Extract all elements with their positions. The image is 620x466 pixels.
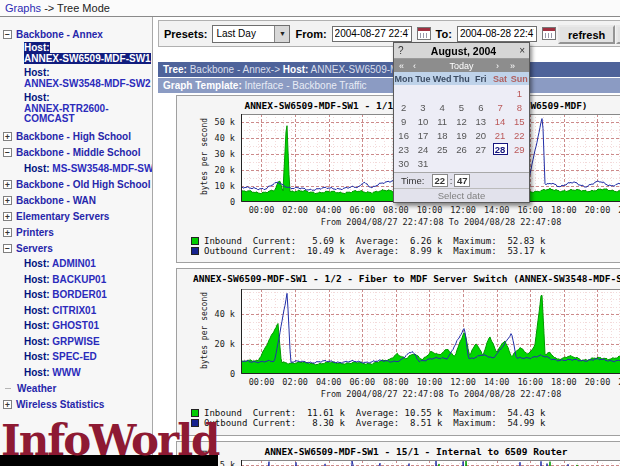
tree-branch-link[interactable]: Elementary Servers [16,211,109,222]
tree-branch: +Elementary Servers [0,208,152,224]
prev-month-icon[interactable]: ‹ [413,61,427,71]
calendar-day[interactable]: 22 [510,130,529,141]
graph-panel: ANNEX-SW6509-MDF-SW1 - 15/1 - Internal t… [176,441,620,466]
calendar-icon[interactable] [417,27,431,40]
calendar-icon[interactable] [542,27,556,40]
calendar-day[interactable]: 5 [452,102,471,113]
calendar-day[interactable]: 14 [490,116,509,127]
tree-branch-link[interactable]: Wireless Statistics [16,399,104,410]
minute-field[interactable]: 47 [454,174,470,187]
calendar-day[interactable]: 10 [413,116,432,127]
calendar-day[interactable]: 16 [394,130,413,141]
calendar-day[interactable]: 8 [510,102,529,113]
calendar-month-title[interactable]: August, 2004 [412,45,515,57]
calendar-day[interactable]: 29 [510,144,529,155]
host-link[interactable]: Host: ADMIN01 [24,258,96,269]
next-month-icon[interactable]: › [496,61,510,71]
tree-branch: +Printers [0,224,152,240]
calendar-day[interactable]: 7 [490,102,509,113]
tree-branch-link[interactable]: Backbone - High School [16,131,131,142]
x-tick-label: 22:00 [614,205,620,215]
expand-icon[interactable]: + [3,196,12,205]
tree-branch-link[interactable]: Backbone - Annex [16,29,103,40]
collapse-icon[interactable]: − [3,30,12,39]
y-tick-label: 50 k [179,117,235,127]
calendar-day[interactable]: 31 [413,158,432,169]
x-tick-label: 10:00 [412,377,446,387]
calendar-day[interactable]: 13 [471,116,490,127]
breadcrumb-graphs-link[interactable]: Graphs [5,2,41,14]
calendar-day[interactable]: 21 [490,130,509,141]
expand-icon[interactable]: + [3,212,12,221]
host-link[interactable]: Host: WWW [24,367,81,378]
presets-label: Presets: [164,28,207,40]
tree-branch-link[interactable]: Weather [17,383,56,394]
calendar-day[interactable]: 3 [413,102,432,113]
presets-select[interactable]: Last Day ▼ [212,25,290,43]
tree-branch-link[interactable]: Backbone - Middle School [16,147,140,158]
calendar-day[interactable]: 30 [394,158,413,169]
calendar-day[interactable]: 27 [471,144,490,155]
calendar-day[interactable]: 23 [394,144,413,155]
host-link[interactable]: Host:ANNEX-RTR2600-COMCAST [24,92,108,124]
prev-year-icon[interactable]: « [399,61,413,71]
calendar-day[interactable]: 6 [471,102,490,113]
refresh-button[interactable]: refresh [558,25,615,44]
host-link[interactable]: Host: BORDER01 [24,289,107,300]
hour-field[interactable]: 22 [432,174,448,187]
breadcrumb: Graphs -> Tree Mode [0,0,620,17]
calendar-day[interactable]: 1 [510,88,529,99]
tree-branch-link[interactable]: Servers [16,243,53,254]
tree-branch: +Backbone - WAN [0,192,152,208]
today-button[interactable]: Today [427,61,496,71]
tree-branch-link[interactable]: Backbone - WAN [16,195,96,206]
select-date-footer[interactable]: Select date [394,188,529,202]
graph-image[interactable] [241,460,620,466]
calendar-day[interactable]: 25 [433,144,452,155]
host-link[interactable]: Host: GHOST01 [24,320,99,331]
expand-icon[interactable]: + [3,180,12,189]
calendar-day[interactable]: 11 [433,116,452,127]
close-icon[interactable]: × [515,45,525,56]
expand-icon[interactable]: + [3,132,12,141]
host-link[interactable]: Host:ANNEX-SW6509-MDF-SW1 [24,42,151,64]
clear-button[interactable]: clear [616,25,620,44]
calendar-day[interactable]: 15 [510,116,529,127]
calendar-day-headers: MonTueWedThuFriSatSun [394,72,529,85]
calendar-day[interactable]: 17 [413,130,432,141]
x-tick-label: 16:00 [513,205,547,215]
expand-icon[interactable]: + [3,400,12,409]
calendar-day[interactable]: 18 [433,130,452,141]
host-link[interactable]: Host: CITRIX01 [24,305,96,316]
from-date-input[interactable] [332,26,412,42]
chevron-down-icon[interactable]: ▼ [274,26,289,42]
calendar-day[interactable]: 26 [452,144,471,155]
calendar-day[interactable]: 19 [452,130,471,141]
calendar-title-bar: ? August, 2004 × [394,43,529,59]
next-year-icon[interactable]: » [510,61,524,71]
calendar-selected-day[interactable]: 28 [493,143,508,155]
tree-branch-link[interactable]: Printers [16,227,54,238]
calendar-day[interactable]: 28 [490,143,509,155]
collapse-icon[interactable]: − [3,148,12,157]
host-link[interactable]: Host: SPEC-ED [24,351,97,362]
calendar-day[interactable]: 4 [433,102,452,113]
calendar-day[interactable]: 12 [452,116,471,127]
calendar-day[interactable]: 9 [394,116,413,127]
calendar-day[interactable]: 2 [394,102,413,113]
help-icon[interactable]: ? [398,45,412,56]
collapse-icon[interactable]: − [3,244,12,253]
calendar-day[interactable]: 24 [413,144,432,155]
x-tick-label: 14:00 [480,205,514,215]
host-link[interactable]: Host:ANNEX-SW3548-MDF-SW2 [24,67,151,89]
host-link[interactable]: Host: BACKUP01 [24,274,106,285]
tree-host-item: Host: BORDER01 [0,287,152,303]
calendar-day[interactable]: 20 [471,130,490,141]
expand-icon[interactable]: + [3,228,12,237]
to-date-input[interactable] [457,26,537,42]
host-link[interactable]: Host: MS-SW3548-MDF-SW1 [24,163,153,174]
tree-branch-link[interactable]: Backbone - Old High School [16,179,150,190]
graph-image[interactable] [241,289,620,374]
tree-sidebar: −Backbone - AnnexHost:ANNEX-SW6509-MDF-S… [0,17,153,466]
host-link[interactable]: Host: GRPWISE [24,336,100,347]
